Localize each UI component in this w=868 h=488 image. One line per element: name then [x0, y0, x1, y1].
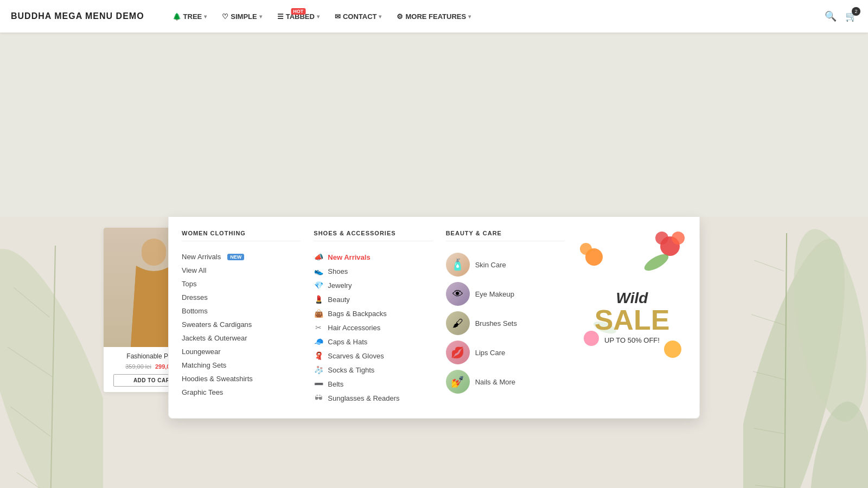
- menu-item-view-all[interactable]: View All: [182, 264, 301, 277]
- menu-col-women: WOMEN CLOTHING New Arrivals NEW View All…: [182, 230, 301, 405]
- menu-item-lips[interactable]: 💋 Lips Care: [446, 338, 565, 367]
- svg-point-16: [655, 232, 668, 245]
- belt-icon: ➖: [314, 380, 323, 388]
- menu-item-caps[interactable]: 🧢 Caps & Hats: [314, 335, 432, 349]
- nav-item-contact[interactable]: ✉ CONTACT ▾: [328, 9, 388, 24]
- mail-icon: ✉: [335, 12, 341, 21]
- nav-item-more[interactable]: ⚙ MORE FEATURES ▾: [390, 9, 477, 24]
- menu-item-jackets[interactable]: Jackets & Outerwear: [182, 331, 301, 345]
- svg-point-8: [803, 399, 868, 488]
- menu-item-eye-makeup[interactable]: 👁 Eye Makeup: [446, 279, 565, 309]
- svg-line-4: [11, 407, 51, 436]
- menu-item-new-arrivals-women[interactable]: New Arrivals NEW: [182, 250, 301, 264]
- svg-line-13: [754, 428, 784, 434]
- nav-item-tree[interactable]: 🌲 TREE ▾: [166, 9, 214, 24]
- cart-count: 2: [852, 7, 860, 16]
- menu-item-brushes[interactable]: 🖌 Brushes Sets: [446, 309, 565, 338]
- menu-item-loungewear[interactable]: Loungewear: [182, 345, 301, 358]
- svg-line-5: [17, 472, 52, 488]
- chevron-down-icon: ▾: [468, 14, 471, 20]
- gear-icon: ⚙: [397, 12, 403, 21]
- menu-item-beauty[interactable]: 💄 Beauty: [314, 292, 432, 306]
- menu-item-bottoms[interactable]: Bottoms: [182, 304, 301, 318]
- nav-item-simple[interactable]: ♡ SIMPLE ▾: [215, 9, 268, 24]
- svg-point-22: [642, 251, 671, 274]
- svg-point-19: [580, 243, 592, 255]
- menu-item-socks[interactable]: 🧦 Socks & Tights: [314, 363, 432, 377]
- cart-button[interactable]: 🛒 2: [845, 10, 857, 22]
- menu-item-bags[interactable]: 👜 Bags & Backpacks: [314, 306, 432, 320]
- jewelry-icon: 💎: [314, 281, 323, 290]
- svg-line-14: [755, 485, 784, 488]
- sale-main-text: SALE: [595, 306, 670, 334]
- lips-thumb: 💋: [446, 341, 470, 364]
- menu-item-scarves[interactable]: 🧣 Scarves & Gloves: [314, 349, 432, 363]
- main-nav: 🌲 TREE ▾ ♡ SIMPLE ▾ HOT ☰ TABBED ▾ ✉ CON…: [166, 9, 825, 24]
- search-button[interactable]: 🔍: [825, 10, 837, 22]
- menu-item-shoes[interactable]: 👟 Shoes: [314, 264, 432, 278]
- menu-item-nails[interactable]: 💅 Nails & More: [446, 367, 565, 396]
- svg-point-17: [672, 232, 685, 245]
- brushes-thumb: 🖌: [446, 311, 470, 335]
- skin-care-thumb: 🧴: [446, 253, 470, 277]
- shoe-icon: 👟: [314, 267, 323, 275]
- new-badge: NEW: [227, 254, 244, 260]
- chevron-down-icon: ▾: [259, 14, 262, 20]
- nails-thumb: 💅: [446, 370, 470, 394]
- header-actions: 🔍 🛒 2: [825, 10, 857, 22]
- menu-item-graphic-tees[interactable]: Graphic Tees: [182, 386, 301, 399]
- beauty-icon: 💄: [314, 295, 323, 304]
- scissors-icon: ✂: [314, 323, 323, 332]
- chevron-down-icon: ▾: [204, 14, 207, 20]
- logo[interactable]: BUDDHA MEGA MENU DEMO: [11, 11, 144, 21]
- megaphone-icon: 📣: [314, 253, 323, 261]
- beauty-care-header: BEAUTY & CARE: [446, 230, 565, 241]
- scarf-icon: 🧣: [314, 351, 323, 360]
- menu-item-dresses[interactable]: Dresses: [182, 291, 301, 304]
- sale-banner[interactable]: Wild SALE UP TO 50% OFF!: [578, 230, 686, 405]
- sale-content: Wild SALE UP TO 50% OFF!: [584, 280, 681, 355]
- list-icon: ☰: [277, 12, 284, 21]
- tree-icon: 🌲: [173, 12, 181, 21]
- eye-makeup-thumb: 👁: [446, 282, 470, 306]
- sunglasses-icon: 🕶: [314, 394, 323, 402]
- menu-item-tops[interactable]: Tops: [182, 277, 301, 291]
- header: BUDDHA MEGA MENU DEMO 🌲 TREE ▾ ♡ SIMPLE …: [0, 0, 868, 33]
- menu-item-belts[interactable]: ➖ Belts: [314, 377, 432, 391]
- sale-wild-text: Wild: [595, 291, 670, 306]
- menu-item-new-arrivals-shoes[interactable]: 📣 New Arrivals: [314, 250, 432, 264]
- nav-item-tabbed[interactable]: HOT ☰ TABBED ▾: [271, 9, 326, 24]
- shoes-accessories-header: SHOES & ACCESSORIES: [314, 230, 432, 241]
- heart-icon: ♡: [222, 12, 228, 21]
- menu-col-beauty: BEAUTY & CARE 🧴 Skin Care 👁 Eye Makeup 🖌…: [446, 230, 565, 405]
- mega-menu: WOMEN CLOTHING New Arrivals NEW View All…: [168, 217, 700, 419]
- sale-subtitle: UP TO 50% OFF!: [595, 336, 670, 344]
- svg-point-15: [660, 236, 680, 256]
- menu-item-sunglasses[interactable]: 🕶 Sunglasses & Readers: [314, 391, 432, 405]
- menu-col-shoes: SHOES & ACCESSORIES 📣 New Arrivals 👟 Sho…: [314, 230, 432, 405]
- chevron-down-icon: ▾: [317, 14, 320, 20]
- svg-point-18: [585, 248, 603, 266]
- menu-item-matching-sets[interactable]: Matching Sets: [182, 358, 301, 372]
- socks-icon: 🧦: [314, 365, 323, 374]
- main-content: WOMEN CLOTHING New Arrivals NEW View All…: [0, 217, 868, 488]
- menu-item-jewelry[interactable]: 💎 Jewelry: [314, 278, 432, 292]
- menu-item-skin-care[interactable]: 🧴 Skin Care: [446, 250, 565, 279]
- chevron-down-icon: ▾: [379, 14, 381, 20]
- menu-item-hair[interactable]: ✂ Hair Accessories: [314, 320, 432, 335]
- hat-icon: 🧢: [314, 337, 323, 346]
- bag-icon: 👜: [314, 309, 323, 318]
- menu-item-sweaters[interactable]: Sweaters & Cardigans: [182, 318, 301, 331]
- old-price-1: 359,00 lei: [125, 363, 151, 370]
- menu-item-hoodies[interactable]: Hoodies & Sweatshirts: [182, 372, 301, 386]
- hot-badge: HOT: [291, 8, 305, 15]
- women-clothing-header: WOMEN CLOTHING: [182, 230, 301, 241]
- svg-rect-24: [142, 239, 166, 266]
- new-arrivals-label: New Arrivals: [182, 253, 221, 261]
